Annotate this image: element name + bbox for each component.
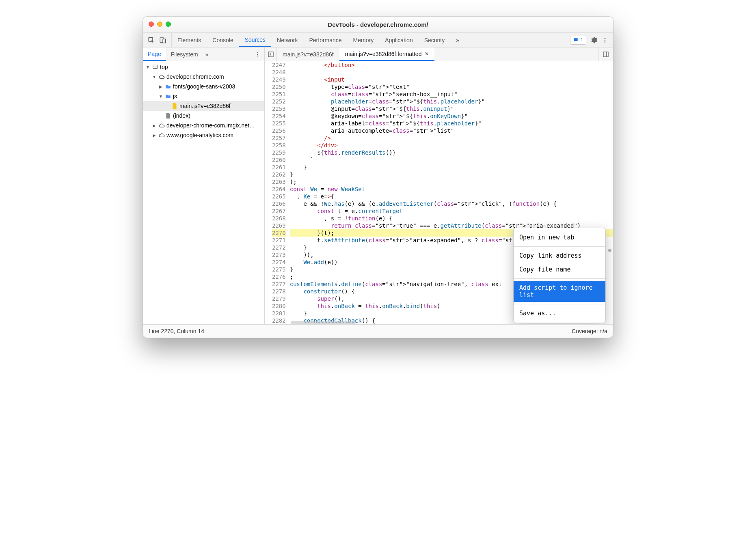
device-toolbar-icon[interactable] [159,37,166,44]
sidebar-tab-overflow[interactable]: » [203,47,211,61]
minimize-window-button[interactable] [157,22,162,27]
titlebar: DevTools - developer.chrome.com/ [143,17,613,33]
tab-elements[interactable]: Elements [172,33,207,47]
code-line[interactable]: ${this.renderResults()} [290,149,613,156]
svg-point-5 [605,41,606,43]
code-line[interactable]: <input [290,76,613,83]
close-window-button[interactable] [149,22,154,27]
sidebar-kebab-icon[interactable] [251,47,264,61]
horizontal-scroll-thumb[interactable] [291,321,356,324]
code-line[interactable]: placeholder=class="str">"${this.placehol… [290,98,613,105]
gutter: 2247224822492250225122522253225422552256… [265,61,290,324]
kebab-icon[interactable] [602,37,608,43]
ctx-save-as[interactable]: Save as... [514,306,605,320]
sidebar-tab-filesystem[interactable]: Filesystem [166,47,203,61]
cloud-icon [158,123,165,128]
issues-badge[interactable]: 1 [570,36,586,45]
ctx-separator [514,278,605,279]
tab-console[interactable]: Console [207,33,239,47]
editor: main.js?v=e382d86f main.js?v=e382d86f:fo… [265,47,613,324]
inspect-element-icon[interactable] [148,37,155,44]
ctx-copy-link[interactable]: Copy link address [514,249,605,263]
file-tab-mainjs-formatted[interactable]: main.js?v=e382d86f:formatted × [339,47,434,61]
window-title: DevTools - developer.chrome.com/ [328,21,428,28]
cloud-icon [158,133,165,138]
code-line[interactable]: ); [290,178,613,185]
tab-network[interactable]: Network [271,33,303,47]
tree-label: main.js?v=e382d86f [179,103,231,109]
svg-point-7 [257,54,258,54]
code-line[interactable]: </button> [290,61,613,69]
tree-domain[interactable]: ▼ developer.chrome.com [143,72,264,82]
file-tab-label: main.js?v=e382d86f [283,51,334,58]
tab-sources[interactable]: Sources [239,33,271,47]
issues-count: 1 [580,37,583,43]
ctx-open-new-tab[interactable]: Open in new tab [514,231,605,244]
tree-fonts[interactable]: ▶ fonts/google-sans-v2003 [143,82,264,91]
ctx-ignore-list[interactable]: Add script to ignore list [514,281,605,302]
code-line[interactable]: e && !We.has(e) && (e.addEventListener(c… [290,200,613,207]
tree-label: (index) [173,112,190,119]
code-line[interactable]: @input=class="str">"${this.onInput}" [290,105,613,112]
tree-mainjs[interactable]: main.js?v=e382d86f [143,101,264,111]
scroll-thumb-icon[interactable] [608,249,611,252]
code-line[interactable]: aria-autocomplete=class="str">"list" [290,127,613,134]
main-tabs: Elements Console Sources Network Perform… [143,33,613,47]
code-line[interactable]: const We = new WeakSet [290,185,613,193]
toggle-sidebar-icon[interactable] [603,51,609,58]
frame-icon [152,64,158,70]
tab-performance[interactable]: Performance [303,33,347,47]
code-line[interactable]: } [290,164,613,171]
code-line[interactable]: </div> [290,142,613,149]
context-menu: Open in new tab Copy link address Copy f… [513,228,606,323]
svg-rect-2 [163,39,166,43]
code-line[interactable]: , s = !function(e) { [290,215,613,222]
code-line[interactable]: /> [290,134,613,142]
maximize-window-button[interactable] [166,22,171,27]
file-tree: ▼ top ▼ developer.chrome.com ▶ fonts/goo… [143,61,264,324]
navigate-back-icon[interactable] [265,47,277,61]
file-tab-mainjs[interactable]: main.js?v=e382d86f [277,47,339,61]
ctx-copy-file[interactable]: Copy file name [514,263,605,276]
tabs-overflow[interactable]: » [450,33,465,47]
tree-label: fonts/google-sans-v2003 [173,83,235,90]
status-coverage: Coverage: n/a [572,328,607,334]
tab-security[interactable]: Security [419,33,451,47]
svg-rect-11 [268,52,273,57]
code-line[interactable]: const t = e.currentTarget [290,207,613,215]
tab-application[interactable]: Application [379,33,419,47]
ctx-separator [514,246,605,247]
sidebar-tabs: Page Filesystem » [143,47,264,61]
code-line[interactable]: } [290,171,613,178]
tree-label: www.google-analytics.com [166,132,233,138]
code-line[interactable]: @keydown=class="str">"${this.onKeyDown}" [290,112,613,120]
tree-label: developer.chrome.com [166,73,224,80]
tree-imgix[interactable]: ▶ developer-chrome-com.imgix.net… [143,121,264,130]
svg-point-6 [257,52,258,53]
tab-memory[interactable]: Memory [348,33,380,47]
sidebar-tab-page[interactable]: Page [143,47,166,61]
file-tab-label: main.js?v=e382d86f:formatted [345,51,422,57]
code-line[interactable]: type=class="str">"text" [290,83,613,90]
code-line[interactable]: ` [290,156,613,164]
code-area: 2247224822492250225122522253225422552256… [265,61,613,324]
statusbar: Line 2270, Column 14 Coverage: n/a [143,325,613,338]
ctx-separator [514,304,605,304]
tree-label: js [173,93,177,99]
code-line[interactable] [290,69,613,76]
tree-ga[interactable]: ▶ www.google-analytics.com [143,130,264,140]
devtools-window: DevTools - developer.chrome.com/ Element… [143,16,613,338]
code-line[interactable]: aria-label=class="str">"${this.placehold… [290,120,613,127]
code-line[interactable]: class=class="str">"search-box__input" [290,90,613,98]
tree-label: top [160,64,168,70]
tree-top[interactable]: ▼ top [143,62,264,72]
gear-icon[interactable] [590,37,598,44]
close-tab-icon[interactable]: × [425,50,428,58]
tree-index[interactable]: (index) [143,111,264,121]
svg-rect-12 [603,52,608,57]
tree-js[interactable]: ▼ js [143,91,264,101]
file-tabs: main.js?v=e382d86f main.js?v=e382d86f:fo… [265,47,613,61]
js-file-icon [171,103,178,109]
window-controls [149,22,171,27]
code-line[interactable]: , Ke = e=>{ [290,193,613,200]
